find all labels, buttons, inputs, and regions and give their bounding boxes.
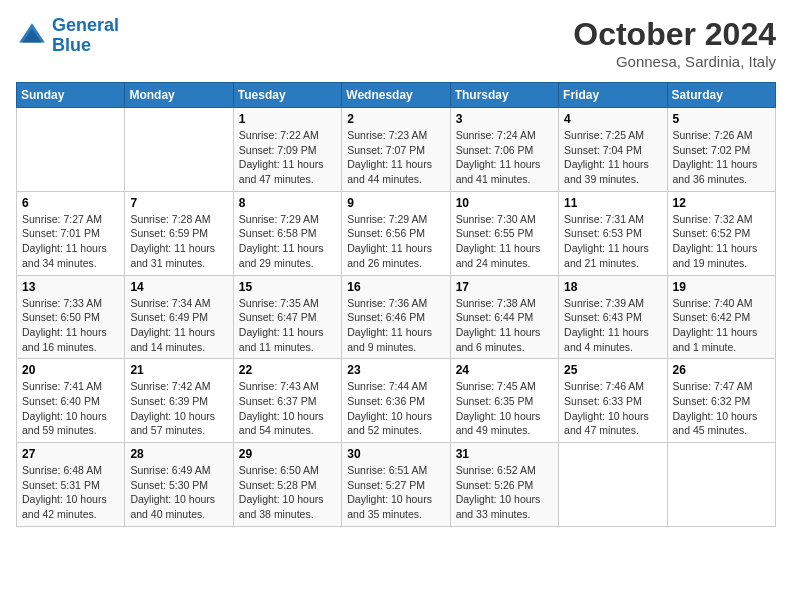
calendar-cell: 14Sunrise: 7:34 AM Sunset: 6:49 PM Dayli… xyxy=(125,275,233,359)
day-info: Sunrise: 7:35 AM Sunset: 6:47 PM Dayligh… xyxy=(239,296,336,355)
day-info: Sunrise: 7:23 AM Sunset: 7:07 PM Dayligh… xyxy=(347,128,444,187)
day-number: 12 xyxy=(673,196,770,210)
calendar-title: October 2024 xyxy=(573,16,776,53)
day-number: 25 xyxy=(564,363,661,377)
day-info: Sunrise: 7:38 AM Sunset: 6:44 PM Dayligh… xyxy=(456,296,553,355)
day-number: 4 xyxy=(564,112,661,126)
day-info: Sunrise: 6:52 AM Sunset: 5:26 PM Dayligh… xyxy=(456,463,553,522)
weekday-header-row: SundayMondayTuesdayWednesdayThursdayFrid… xyxy=(17,83,776,108)
day-number: 22 xyxy=(239,363,336,377)
day-info: Sunrise: 7:33 AM Sunset: 6:50 PM Dayligh… xyxy=(22,296,119,355)
weekday-header: Sunday xyxy=(17,83,125,108)
calendar-cell: 17Sunrise: 7:38 AM Sunset: 6:44 PM Dayli… xyxy=(450,275,558,359)
day-number: 5 xyxy=(673,112,770,126)
day-number: 14 xyxy=(130,280,227,294)
day-info: Sunrise: 7:26 AM Sunset: 7:02 PM Dayligh… xyxy=(673,128,770,187)
calendar-cell: 10Sunrise: 7:30 AM Sunset: 6:55 PM Dayli… xyxy=(450,191,558,275)
calendar-cell: 27Sunrise: 6:48 AM Sunset: 5:31 PM Dayli… xyxy=(17,443,125,527)
day-number: 21 xyxy=(130,363,227,377)
calendar-cell xyxy=(559,443,667,527)
calendar-cell: 16Sunrise: 7:36 AM Sunset: 6:46 PM Dayli… xyxy=(342,275,450,359)
day-number: 24 xyxy=(456,363,553,377)
calendar-cell: 23Sunrise: 7:44 AM Sunset: 6:36 PM Dayli… xyxy=(342,359,450,443)
page-header: General Blue October 2024 Gonnesa, Sardi… xyxy=(16,16,776,70)
calendar-cell: 28Sunrise: 6:49 AM Sunset: 5:30 PM Dayli… xyxy=(125,443,233,527)
day-number: 9 xyxy=(347,196,444,210)
calendar-cell: 21Sunrise: 7:42 AM Sunset: 6:39 PM Dayli… xyxy=(125,359,233,443)
day-info: Sunrise: 6:49 AM Sunset: 5:30 PM Dayligh… xyxy=(130,463,227,522)
day-info: Sunrise: 7:24 AM Sunset: 7:06 PM Dayligh… xyxy=(456,128,553,187)
calendar-cell: 19Sunrise: 7:40 AM Sunset: 6:42 PM Dayli… xyxy=(667,275,775,359)
calendar-table: SundayMondayTuesdayWednesdayThursdayFrid… xyxy=(16,82,776,527)
day-number: 15 xyxy=(239,280,336,294)
day-number: 31 xyxy=(456,447,553,461)
weekday-header: Wednesday xyxy=(342,83,450,108)
day-info: Sunrise: 7:47 AM Sunset: 6:32 PM Dayligh… xyxy=(673,379,770,438)
day-info: Sunrise: 7:32 AM Sunset: 6:52 PM Dayligh… xyxy=(673,212,770,271)
calendar-cell: 29Sunrise: 6:50 AM Sunset: 5:28 PM Dayli… xyxy=(233,443,341,527)
day-info: Sunrise: 7:30 AM Sunset: 6:55 PM Dayligh… xyxy=(456,212,553,271)
day-info: Sunrise: 7:31 AM Sunset: 6:53 PM Dayligh… xyxy=(564,212,661,271)
weekday-header: Friday xyxy=(559,83,667,108)
day-info: Sunrise: 7:25 AM Sunset: 7:04 PM Dayligh… xyxy=(564,128,661,187)
day-info: Sunrise: 7:45 AM Sunset: 6:35 PM Dayligh… xyxy=(456,379,553,438)
calendar-week-row: 13Sunrise: 7:33 AM Sunset: 6:50 PM Dayli… xyxy=(17,275,776,359)
day-info: Sunrise: 7:46 AM Sunset: 6:33 PM Dayligh… xyxy=(564,379,661,438)
calendar-cell: 12Sunrise: 7:32 AM Sunset: 6:52 PM Dayli… xyxy=(667,191,775,275)
logo-general: General xyxy=(52,15,119,35)
title-block: October 2024 Gonnesa, Sardinia, Italy xyxy=(573,16,776,70)
day-info: Sunrise: 6:48 AM Sunset: 5:31 PM Dayligh… xyxy=(22,463,119,522)
day-info: Sunrise: 7:27 AM Sunset: 7:01 PM Dayligh… xyxy=(22,212,119,271)
day-info: Sunrise: 7:29 AM Sunset: 6:58 PM Dayligh… xyxy=(239,212,336,271)
calendar-cell: 11Sunrise: 7:31 AM Sunset: 6:53 PM Dayli… xyxy=(559,191,667,275)
day-info: Sunrise: 7:44 AM Sunset: 6:36 PM Dayligh… xyxy=(347,379,444,438)
calendar-cell: 5Sunrise: 7:26 AM Sunset: 7:02 PM Daylig… xyxy=(667,108,775,192)
day-info: Sunrise: 6:50 AM Sunset: 5:28 PM Dayligh… xyxy=(239,463,336,522)
day-number: 10 xyxy=(456,196,553,210)
day-info: Sunrise: 7:29 AM Sunset: 6:56 PM Dayligh… xyxy=(347,212,444,271)
calendar-cell: 30Sunrise: 6:51 AM Sunset: 5:27 PM Dayli… xyxy=(342,443,450,527)
day-info: Sunrise: 7:43 AM Sunset: 6:37 PM Dayligh… xyxy=(239,379,336,438)
calendar-cell xyxy=(17,108,125,192)
day-number: 20 xyxy=(22,363,119,377)
calendar-cell: 13Sunrise: 7:33 AM Sunset: 6:50 PM Dayli… xyxy=(17,275,125,359)
day-info: Sunrise: 7:34 AM Sunset: 6:49 PM Dayligh… xyxy=(130,296,227,355)
calendar-cell xyxy=(667,443,775,527)
calendar-cell: 9Sunrise: 7:29 AM Sunset: 6:56 PM Daylig… xyxy=(342,191,450,275)
calendar-subtitle: Gonnesa, Sardinia, Italy xyxy=(573,53,776,70)
calendar-cell: 3Sunrise: 7:24 AM Sunset: 7:06 PM Daylig… xyxy=(450,108,558,192)
calendar-cell: 22Sunrise: 7:43 AM Sunset: 6:37 PM Dayli… xyxy=(233,359,341,443)
weekday-header: Tuesday xyxy=(233,83,341,108)
weekday-header: Thursday xyxy=(450,83,558,108)
day-info: Sunrise: 7:42 AM Sunset: 6:39 PM Dayligh… xyxy=(130,379,227,438)
day-number: 3 xyxy=(456,112,553,126)
day-number: 13 xyxy=(22,280,119,294)
day-info: Sunrise: 7:41 AM Sunset: 6:40 PM Dayligh… xyxy=(22,379,119,438)
logo-icon xyxy=(16,20,48,52)
calendar-cell: 26Sunrise: 7:47 AM Sunset: 6:32 PM Dayli… xyxy=(667,359,775,443)
day-number: 7 xyxy=(130,196,227,210)
day-number: 27 xyxy=(22,447,119,461)
day-number: 2 xyxy=(347,112,444,126)
calendar-cell: 8Sunrise: 7:29 AM Sunset: 6:58 PM Daylig… xyxy=(233,191,341,275)
weekday-header: Saturday xyxy=(667,83,775,108)
logo: General Blue xyxy=(16,16,119,56)
calendar-cell: 20Sunrise: 7:41 AM Sunset: 6:40 PM Dayli… xyxy=(17,359,125,443)
day-info: Sunrise: 7:40 AM Sunset: 6:42 PM Dayligh… xyxy=(673,296,770,355)
calendar-cell: 24Sunrise: 7:45 AM Sunset: 6:35 PM Dayli… xyxy=(450,359,558,443)
day-number: 6 xyxy=(22,196,119,210)
day-number: 30 xyxy=(347,447,444,461)
day-number: 19 xyxy=(673,280,770,294)
calendar-cell: 25Sunrise: 7:46 AM Sunset: 6:33 PM Dayli… xyxy=(559,359,667,443)
calendar-week-row: 1Sunrise: 7:22 AM Sunset: 7:09 PM Daylig… xyxy=(17,108,776,192)
day-number: 26 xyxy=(673,363,770,377)
calendar-week-row: 6Sunrise: 7:27 AM Sunset: 7:01 PM Daylig… xyxy=(17,191,776,275)
day-number: 1 xyxy=(239,112,336,126)
day-number: 18 xyxy=(564,280,661,294)
day-number: 16 xyxy=(347,280,444,294)
calendar-cell: 7Sunrise: 7:28 AM Sunset: 6:59 PM Daylig… xyxy=(125,191,233,275)
calendar-cell: 4Sunrise: 7:25 AM Sunset: 7:04 PM Daylig… xyxy=(559,108,667,192)
weekday-header: Monday xyxy=(125,83,233,108)
calendar-cell: 31Sunrise: 6:52 AM Sunset: 5:26 PM Dayli… xyxy=(450,443,558,527)
day-number: 28 xyxy=(130,447,227,461)
